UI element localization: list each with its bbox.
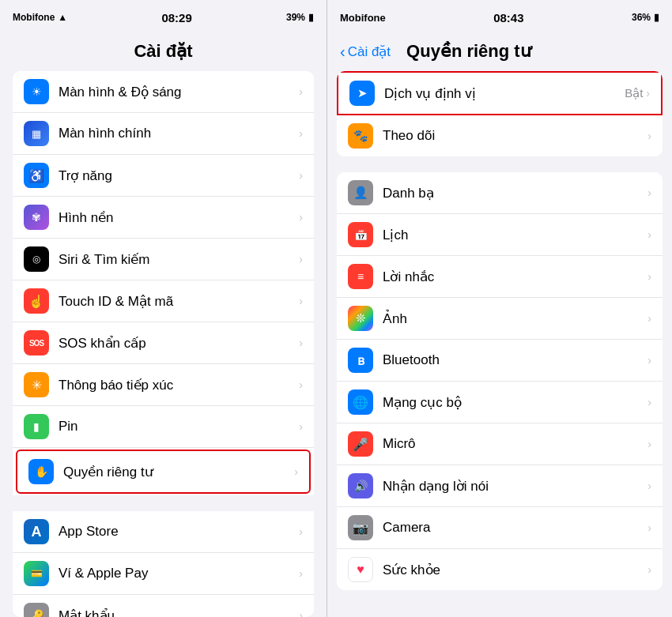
bluetooth-label: Bluetooth (383, 352, 647, 368)
right-item-anh[interactable]: ❊ Ảnh › (337, 298, 663, 340)
right-header: ‹ Cài đặt Quyền riêng tư (327, 35, 672, 71)
theo-doi-icon: 🐾 (348, 123, 373, 149)
right-item-lich[interactable]: 📅 Lịch › (337, 214, 663, 256)
settings-item-hinh-nen[interactable]: ✾ Hình nền › (13, 197, 314, 239)
right-item-bluetooth[interactable]: ʙ Bluetooth › (337, 340, 663, 382)
right-page-title: Quyền riêng tư (406, 41, 531, 62)
right-item-camera[interactable]: 📷 Camera › (337, 507, 663, 549)
camera-chevron: › (647, 521, 651, 534)
danh-ba-chevron: › (647, 186, 651, 199)
dich-vu-dinh-vi-badge: Bật (625, 86, 643, 100)
tro-nang-icon: ♿ (24, 163, 49, 188)
right-status-bar: Mobifone 08:43 36% ▮ (327, 0, 672, 35)
settings-item-touch-id[interactable]: ☝ Touch ID & Mật mã › (13, 280, 314, 322)
carrier-left: Mobifone (13, 12, 55, 23)
sos-chevron: › (299, 337, 303, 349)
right-item-mang-cuc-bo[interactable]: 🌐 Mạng cục bộ › (337, 382, 663, 423)
lich-icon-symbol: 📅 (354, 228, 368, 241)
left-time: 08:29 (161, 11, 191, 24)
settings-item-app-store[interactable]: A App Store › (13, 511, 314, 553)
thong-bao-icon: ✳ (24, 372, 49, 397)
loi-nhac-icon: ≡ (348, 264, 373, 289)
pin-chevron: › (299, 420, 303, 433)
right-item-danh-ba[interactable]: 👤 Danh bạ › (337, 172, 663, 214)
siri-label: Siri & Tìm kiếm (59, 251, 299, 268)
right-item-micro[interactable]: 🎤 Micrô › (337, 423, 663, 465)
settings-item-vi-apple-pay[interactable]: 💳 Ví & Apple Pay › (13, 553, 314, 595)
sos-icon: SOS (24, 330, 49, 356)
battery-icon-left: ▮ (308, 12, 314, 23)
back-chevron-icon: ‹ (340, 43, 345, 61)
right-item-loi-nhac[interactable]: ≡ Lời nhắc › (337, 256, 663, 298)
micro-label: Micrô (383, 436, 647, 452)
battery-left: 39% (286, 12, 305, 23)
settings-item-tro-nang[interactable]: ♿ Trợ năng › (13, 155, 314, 197)
back-label: Cài đặt (348, 43, 391, 60)
vi-apple-pay-icon-symbol: 💳 (31, 568, 43, 579)
sos-icon-symbol: SOS (29, 339, 43, 348)
right-battery-icon: ▮ (654, 12, 659, 23)
nhan-dang-icon-symbol: 🔊 (354, 480, 368, 492)
right-item-suc-khoe[interactable]: ♥ Sức khỏe › (337, 549, 663, 590)
vi-apple-pay-chevron: › (299, 567, 303, 580)
right-item-nhan-dang[interactable]: 🔊 Nhận dạng lời nói › (337, 465, 663, 507)
right-item-dich-vu-dinh-vi[interactable]: ➤ Dịch vụ định vị Bật › (337, 71, 663, 115)
settings-item-thong-bao[interactable]: ✳ Thông báo tiếp xúc › (13, 364, 314, 406)
settings-item-man-hinh-chinh[interactable]: ▦ Màn hình chính › (13, 113, 314, 155)
anh-icon-symbol: ❊ (356, 311, 366, 325)
dich-vu-dinh-vi-icon: ➤ (349, 81, 375, 106)
app-store-icon-symbol: A (32, 524, 42, 540)
micro-chevron: › (647, 438, 651, 450)
theo-doi-icon-symbol: 🐾 (353, 129, 368, 143)
touch-id-label: Touch ID & Mật mã (59, 293, 299, 310)
touch-id-icon: ☝ (24, 288, 49, 314)
micro-icon-symbol: 🎤 (353, 437, 368, 452)
loi-nhac-label: Lời nhắc (383, 269, 647, 285)
siri-icon-symbol: ◎ (32, 254, 40, 265)
settings-item-sos[interactable]: SOS SOS khẩn cấp › (13, 322, 314, 364)
settings-item-siri[interactable]: ◎ Siri & Tìm kiếm › (13, 239, 314, 280)
man-hinh-do-sang-icon-symbol: ☀ (32, 85, 42, 98)
quyen-rieng-tu-icon-symbol: ✋ (35, 465, 48, 478)
location-icon-symbol: ➤ (357, 86, 368, 100)
settings-item-quyen-rieng-tu[interactable]: ✋ Quyền riêng tư › (16, 450, 311, 494)
hinh-nen-icon: ✾ (24, 205, 49, 230)
mat-khau-label: Mật khẩu (59, 608, 299, 618)
hinh-nen-chevron: › (299, 211, 303, 224)
suc-khoe-icon: ♥ (348, 557, 373, 582)
siri-icon: ◎ (24, 246, 49, 272)
back-button[interactable]: ‹ Cài đặt (340, 43, 391, 61)
pin-icon: ▮ (24, 414, 49, 439)
man-hinh-chinh-icon-symbol: ▦ (32, 128, 41, 140)
left-status-left: Mobifone ▲ (13, 12, 67, 23)
camera-icon: 📷 (348, 515, 373, 540)
mang-cuc-bo-chevron: › (647, 396, 651, 408)
settings-item-mat-khau[interactable]: 🔑 Mật khẩu › (13, 595, 314, 617)
quyen-rieng-tu-chevron: › (294, 465, 298, 478)
tro-nang-icon-symbol: ♿ (28, 168, 44, 183)
settings-item-pin[interactable]: ▮ Pin › (13, 406, 314, 448)
dich-vu-dinh-vi-label: Dịch vụ định vị (384, 85, 625, 102)
right-item-theo-doi[interactable]: 🐾 Theo dõi › (337, 115, 663, 156)
lich-icon: 📅 (348, 222, 373, 247)
vi-apple-pay-icon: 💳 (24, 561, 49, 586)
anh-label: Ảnh (383, 310, 647, 327)
lich-chevron: › (647, 228, 651, 241)
list-separator (13, 495, 314, 511)
app-store-chevron: › (299, 525, 303, 538)
right-battery: 36% ▮ (632, 12, 659, 23)
app-store-icon: A (24, 519, 49, 544)
settings-item-man-hinh-do-sang[interactable]: ☀ Màn hình & Độ sáng › (13, 71, 314, 113)
anh-icon: ❊ (348, 306, 373, 331)
mang-cuc-bo-icon: 🌐 (348, 389, 373, 415)
vi-apple-pay-label: Ví & Apple Pay (59, 566, 299, 581)
quyen-rieng-tu-label: Quyền riêng tư (63, 464, 294, 480)
bluetooth-icon-symbol: ʙ (357, 353, 364, 368)
right-list-section1: ➤ Dịch vụ định vị Bật › 🐾 Theo dõi › (337, 71, 663, 156)
thong-bao-label: Thông báo tiếp xúc (59, 377, 299, 393)
mat-khau-icon: 🔑 (24, 603, 49, 617)
suc-khoe-chevron: › (647, 563, 651, 576)
right-panel: Mobifone 08:43 36% ▮ ‹ Cài đặt Quyền riê… (327, 0, 672, 617)
man-hinh-chinh-chevron: › (299, 127, 303, 140)
dich-vu-dinh-vi-chevron: › (646, 87, 650, 100)
